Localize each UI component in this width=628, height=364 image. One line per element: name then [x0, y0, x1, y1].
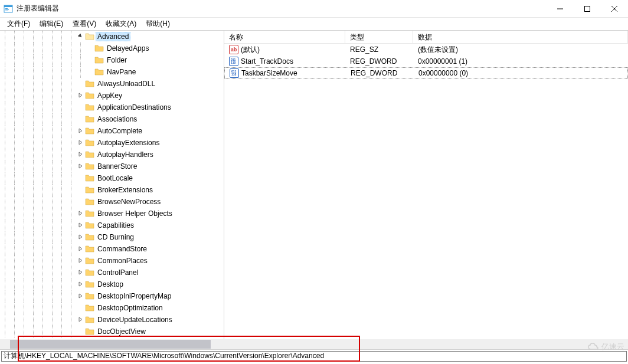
tree-node-label: DesktopIniPropertyMap [96, 291, 173, 301]
tree-twisty[interactable] [76, 163, 85, 170]
column-header-data[interactable]: 数据 [413, 31, 628, 43]
tree-node-label: AlwaysUnloadDLL [96, 79, 157, 88]
tree-node-associations[interactable]: Associations [0, 113, 224, 125]
tree-twisty[interactable] [76, 93, 85, 99]
folder-icon [85, 173, 94, 183]
tree-node-label: DelayedApps [105, 44, 151, 53]
svg-rect-6 [585, 6, 590, 11]
folder-icon [85, 268, 94, 277]
tree-twisty[interactable] [76, 270, 85, 276]
tree-twisty[interactable] [76, 293, 85, 300]
folder-icon [94, 67, 104, 77]
menu-favorites[interactable]: 收藏夹(A) [101, 18, 141, 30]
tree-node-folder[interactable]: Folder [0, 54, 224, 66]
tree-node-desktopinipropertymap[interactable]: DesktopIniPropertyMap [0, 290, 224, 302]
scrollbar-thumb[interactable] [10, 340, 211, 349]
tree-twisty[interactable] [76, 211, 85, 217]
tree-node-appkey[interactable]: AppKey [0, 90, 224, 101]
content-area: AdvancedDelayedAppsFolderNavPaneAlwaysUn… [0, 31, 628, 339]
folder-icon [85, 327, 94, 336]
tree-twisty[interactable] [76, 281, 85, 288]
tree-twisty[interactable] [76, 317, 85, 323]
close-button[interactable] [601, 0, 628, 18]
folder-icon [85, 138, 94, 147]
tree-twisty[interactable] [76, 246, 85, 252]
tree-twisty[interactable] [76, 34, 85, 40]
list-row[interactable]: 011110Start_TrackDocsREG_DWORD0x00000001… [224, 55, 628, 67]
window-title: 注册表编辑器 [17, 4, 547, 14]
tree-node-label: AutoplayHandlers [96, 150, 155, 159]
tree-node-desktopoptimization[interactable]: DesktopOptimization [0, 302, 224, 314]
menu-view[interactable]: 查看(V) [68, 18, 101, 30]
list-row[interactable]: ab(默认)REG_SZ(数值未设置) [224, 44, 628, 55]
reg-sz-icon: ab [229, 45, 238, 54]
tree-node-cd-burning[interactable]: CD Burning [0, 231, 224, 243]
value-type: REG_SZ [350, 45, 378, 54]
tree-twisty[interactable] [76, 140, 85, 146]
svg-text:110: 110 [231, 73, 237, 76]
tree-node-alwaysunloaddll[interactable]: AlwaysUnloadDLL [0, 78, 224, 90]
tree-node-label: ApplicationDestinations [96, 103, 173, 112]
tree-node-label: NavPane [105, 67, 138, 77]
tree-node-autoplayhandlers[interactable]: AutoplayHandlers [0, 149, 224, 160]
tree-node-label: DesktopOptimization [96, 303, 165, 313]
tree-twisty[interactable] [76, 234, 85, 241]
tree-node-advanced[interactable]: Advanced [0, 31, 224, 42]
tree-horizontal-scrollbar[interactable] [0, 339, 628, 349]
reg-dword-icon: 011110 [230, 68, 239, 78]
tree-scroll[interactable]: AdvancedDelayedAppsFolderNavPaneAlwaysUn… [0, 31, 224, 339]
tree-node-capabilities[interactable]: Capabilities [0, 219, 224, 231]
tree-node-label: CommandStore [96, 244, 149, 254]
folder-icon [85, 91, 94, 100]
tree-node-brokerextensions[interactable]: BrokerExtensions [0, 184, 224, 196]
tree-node-applicationdestinations[interactable]: ApplicationDestinations [0, 101, 224, 113]
folder-icon [85, 209, 94, 218]
app-icon [4, 4, 13, 14]
tree-node-controlpanel[interactable]: ControlPanel [0, 267, 224, 278]
folder-icon [85, 244, 94, 254]
tree-node-commonplaces[interactable]: CommonPlaces [0, 255, 224, 267]
tree-twisty[interactable] [76, 222, 85, 229]
tree-node-label: BannerStore [96, 162, 139, 171]
tree-node-label: AutoplayExtensions [96, 138, 161, 147]
svg-rect-4 [5, 11, 8, 11]
tree-twisty[interactable] [76, 152, 85, 158]
tree-node-label: Folder [105, 55, 129, 65]
column-header-type[interactable]: 类型 [345, 31, 413, 43]
tree-node-navpane[interactable]: NavPane [0, 66, 224, 78]
minimize-button[interactable] [547, 0, 574, 18]
list-row[interactable]: 011110TaskbarSizeMoveREG_DWORD0x00000000… [224, 67, 628, 79]
tree-node-commandstore[interactable]: CommandStore [0, 243, 224, 255]
tree-node-docobjectview[interactable]: DocObjectView [0, 326, 224, 337]
menubar: 文件(F) 编辑(E) 查看(V) 收藏夹(A) 帮助(H) [0, 18, 628, 31]
column-header-name[interactable]: 名称 [224, 31, 345, 43]
tree-node-delayedapps[interactable]: DelayedApps [0, 42, 224, 54]
tree-node-desktop[interactable]: Desktop [0, 278, 224, 290]
tree-node-label: BrokerExtensions [96, 185, 155, 195]
tree-node-bannerstore[interactable]: BannerStore [0, 160, 224, 172]
address-input[interactable] [1, 351, 627, 362]
tree-node-label: CommonPlaces [96, 256, 149, 265]
window-controls [547, 0, 628, 18]
folder-icon [85, 114, 94, 124]
menu-edit[interactable]: 编辑(E) [35, 18, 68, 30]
value-data: 0x00000000 (0) [418, 69, 468, 77]
menu-help[interactable]: 帮助(H) [141, 18, 175, 30]
tree-node-bootlocale[interactable]: BootLocale [0, 172, 224, 184]
list-pane: 名称 类型 数据 ab(默认)REG_SZ(数值未设置)011110Start_… [224, 31, 628, 339]
tree-node-autoplayextensions[interactable]: AutoplayExtensions [0, 137, 224, 149]
tree-node-browser-helper-objects[interactable]: Browser Helper Objects [0, 208, 224, 219]
list-header: 名称 类型 数据 [224, 31, 628, 44]
tree-twisty[interactable] [76, 128, 85, 135]
tree-twisty[interactable] [76, 258, 85, 264]
tree-node-autocomplete[interactable]: AutoComplete [0, 125, 224, 137]
tree-node-deviceupdatelocations[interactable]: DeviceUpdateLocations [0, 314, 224, 326]
tree-node-browsenewprocess[interactable]: BrowseNewProcess [0, 196, 224, 208]
folder-icon [85, 185, 94, 195]
maximize-button[interactable] [574, 0, 601, 18]
svg-text:110: 110 [231, 61, 236, 64]
value-type: REG_DWORD [350, 57, 397, 65]
tree-node-label: AutoComplete [96, 126, 144, 136]
menu-file[interactable]: 文件(F) [2, 18, 35, 30]
value-name: (默认) [241, 45, 260, 55]
